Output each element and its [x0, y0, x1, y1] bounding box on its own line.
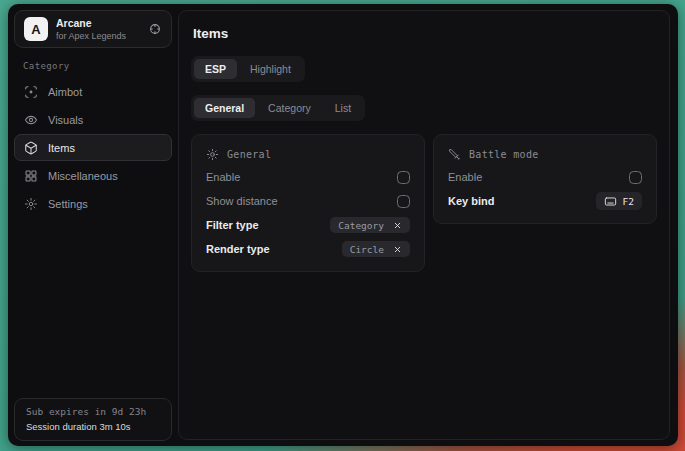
mode-tab-row: ESP Highlight [191, 56, 657, 82]
clear-icon[interactable] [393, 221, 402, 230]
crosshair-scan-icon [24, 85, 38, 99]
sidebar-item-label: Settings [48, 198, 88, 210]
keyboard-icon [604, 195, 617, 208]
setting-label: Enable [206, 171, 240, 183]
arcane-window: A Arcane for Apex Legends Category [8, 4, 678, 446]
enable-checkbox[interactable] [397, 171, 410, 184]
tab-list[interactable]: List [324, 98, 362, 118]
sidebar-item-label: Visuals [48, 114, 83, 126]
grid-icon [24, 169, 38, 183]
setting-label: Enable [448, 171, 482, 183]
app-name: Arcane [56, 17, 140, 29]
gear-icon [24, 197, 38, 211]
show-distance-checkbox[interactable] [397, 195, 410, 208]
setting-row-enable: Enable [206, 165, 410, 189]
view-tab-row: General Category List [191, 95, 657, 121]
tab-category[interactable]: Category [257, 98, 322, 118]
mode-tab-group: ESP Highlight [191, 56, 305, 82]
setting-row-show-distance: Show distance [206, 189, 410, 213]
package-icon [24, 141, 38, 155]
key-bind-value: F2 [623, 196, 634, 207]
sidebar-item-label: Miscellaneous [48, 170, 118, 182]
battle-mode-card: Battle mode Enable Key bind [433, 134, 657, 224]
sidebar-category-label: Category [23, 61, 172, 71]
setting-row-filter-type: Filter type Category [206, 213, 410, 237]
general-card: General Enable Show distance Filter type [191, 134, 425, 272]
sidebar-item-settings[interactable]: Settings [14, 190, 172, 217]
sword-icon [448, 148, 461, 161]
app-titles: Arcane for Apex Legends [56, 17, 140, 41]
key-bind-button[interactable]: F2 [596, 192, 642, 210]
target-icon[interactable] [148, 22, 162, 36]
filter-type-select[interactable]: Category [330, 217, 410, 233]
sidebar-item-label: Aimbot [48, 86, 82, 98]
setting-label: Show distance [206, 195, 278, 207]
battle-mode-card-header: Battle mode [448, 143, 642, 165]
app-logo: A [24, 17, 48, 41]
general-card-header: General [206, 143, 410, 165]
setting-row-key-bind: Key bind F2 [448, 189, 642, 213]
setting-label: Filter type [206, 219, 259, 231]
sidebar-item-items[interactable]: Items [14, 134, 172, 161]
tab-esp[interactable]: ESP [194, 59, 237, 79]
app-subtitle: for Apex Legends [56, 31, 140, 41]
filter-type-value: Category [338, 220, 384, 231]
view-tab-group: General Category List [191, 95, 365, 121]
tab-highlight[interactable]: Highlight [239, 59, 302, 79]
render-type-value: Circle [350, 244, 384, 255]
sidebar-header: A Arcane for Apex Legends [14, 10, 172, 48]
clear-icon[interactable] [393, 245, 402, 254]
settings-cards: General Enable Show distance Filter type [191, 134, 657, 272]
eye-icon [24, 113, 38, 127]
sidebar: A Arcane for Apex Legends Category [8, 4, 178, 446]
tab-general[interactable]: General [194, 98, 255, 118]
sub-expires-text: Sub expires in 9d 23h [26, 406, 160, 417]
sidebar-item-miscellaneous[interactable]: Miscellaneous [14, 162, 172, 189]
general-card-title: General [227, 149, 271, 160]
session-duration-text: Session duration 3m 10s [26, 421, 160, 432]
setting-label: Render type [206, 243, 270, 255]
session-card: Sub expires in 9d 23h Session duration 3… [14, 398, 172, 441]
items-panel: Items ESP Highlight General Category Lis… [178, 10, 670, 440]
setting-label: Key bind [448, 195, 494, 207]
sidebar-item-visuals[interactable]: Visuals [14, 106, 172, 133]
render-type-select[interactable]: Circle [342, 241, 410, 257]
battle-enable-checkbox[interactable] [629, 171, 642, 184]
setting-row-battle-enable: Enable [448, 165, 642, 189]
main-area: Items ESP Highlight General Category Lis… [178, 4, 678, 446]
page-title: Items [193, 26, 657, 41]
desktop-background: A Arcane for Apex Legends Category [0, 0, 685, 451]
battle-mode-card-title: Battle mode [469, 149, 539, 160]
sidebar-item-aimbot[interactable]: Aimbot [14, 78, 172, 105]
setting-row-render-type: Render type Circle [206, 237, 410, 261]
sidebar-item-label: Items [48, 142, 75, 154]
sun-icon [206, 148, 219, 161]
